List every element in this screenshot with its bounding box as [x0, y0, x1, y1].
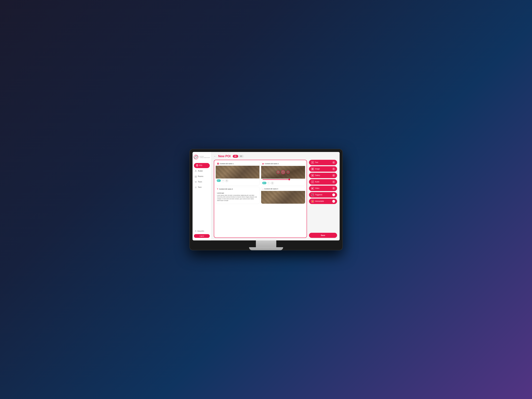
rooms-icon [195, 175, 197, 178]
play-button[interactable] [281, 170, 285, 174]
video-tool-label: Video [315, 187, 319, 189]
card4-image [261, 191, 305, 204]
sidebar-item-rooms-label: Rooms [198, 175, 203, 177]
text-icon: T [217, 188, 218, 190]
gallery-tool-label: Galery [315, 175, 320, 176]
page-header: ← New POI 2D 3D [214, 155, 337, 158]
sidebar: HOUDINI Creating magical layers POI [193, 152, 211, 240]
logout-button[interactable]: Logout [194, 234, 210, 238]
view-3d-button[interactable]: 3D [238, 155, 244, 158]
avatar-icon [195, 170, 197, 172]
image-tool-icon: 🖼 [311, 168, 314, 170]
monitor-stand-neck [256, 240, 276, 247]
video-add-icon: + [332, 187, 335, 190]
card1-name: Content 2D name 1 [220, 163, 234, 165]
text-add-icon: + [332, 161, 335, 164]
sidebar-item-rooms[interactable]: Rooms [193, 174, 211, 179]
play-triangle-icon [283, 171, 284, 173]
save-button[interactable]: Save [309, 233, 337, 238]
svg-point-3 [196, 155, 196, 156]
card4-name: Content 2D name 4 [264, 188, 278, 190]
sidebar-item-poi[interactable]: POI [194, 163, 210, 168]
add-video-button[interactable]: ▶ Video + [309, 186, 337, 191]
card1-edit-button[interactable]: ✏ [222, 179, 225, 182]
sidebar-item-avatar[interactable]: Avatar [193, 168, 211, 174]
gallery-add-icon: + [332, 174, 335, 177]
monitor-stand-base [249, 247, 283, 250]
card2-controls: 02 ▲ ▼ ✏ 🗑 [261, 181, 305, 185]
sidebar-bottom: MaryJohn Logout [193, 229, 211, 238]
logo-text: HOUDINI Creating magical layers [199, 156, 210, 158]
video-tool-icon: ▶ [311, 187, 314, 190]
interactable-toggle-row: 👆 Interactable [309, 199, 337, 204]
card3-text-body: Lorem ipsum dolor sit amet, consectetuer… [217, 194, 258, 202]
audio-icon: ♪ [262, 188, 263, 190]
content-card-1: 🖼 Content 2D name 1 01 ▲ ▼ [215, 162, 260, 186]
content-card-2: ▶ Content 2D name 2 [261, 162, 305, 186]
monitor-frame: HOUDINI Creating magical layers POI [190, 149, 343, 250]
progress-bar[interactable] [262, 179, 304, 180]
image-tool-label: Image [315, 168, 320, 170]
monitor-screen: HOUDINI Creating magical layers POI [193, 152, 340, 240]
card3-text-title: Landscape [217, 192, 258, 194]
temi-icon [195, 186, 197, 188]
view-2d-button[interactable]: 2D [233, 155, 238, 158]
interactable-icon: 👆 [311, 200, 314, 203]
content-card-4: ♪ Content 2D name 4 [261, 187, 305, 204]
card2-delete-button[interactable]: 🗑 [271, 181, 274, 185]
card2-edit-button[interactable]: ✏ [267, 181, 270, 185]
content-card-3: T Content 2D name 3 Landscape Lorem ipsu… [215, 187, 260, 204]
poi-icon [196, 164, 198, 167]
triggered-icon: 📞 [311, 193, 314, 196]
card3-text-content: Landscape Lorem ipsum dolor sit amet, co… [216, 191, 260, 203]
triggered-toggle[interactable] [332, 193, 335, 196]
video-prev-btn[interactable] [277, 171, 280, 174]
progress-fill [262, 179, 289, 180]
card1-order-badge: 01 ▲ ▼ [217, 179, 221, 182]
card1-delete-button[interactable]: 🗑 [225, 179, 228, 182]
card2-name: Content 2D name 2 [265, 163, 279, 165]
audio-add-icon: + [332, 181, 335, 183]
monitor-wrapper: HOUDINI Creating magical layers POI [190, 149, 343, 250]
interactable-label: Interactable [315, 200, 324, 202]
card1-controls: 01 ▲ ▼ ✏ 🗑 [216, 179, 260, 183]
card1-image [216, 166, 260, 179]
interactable-toggle[interactable] [332, 200, 335, 203]
card2-image [261, 166, 305, 179]
sidebar-item-poi-label: POI [199, 165, 202, 166]
app-tagline: Creating magical layers [199, 157, 210, 158]
video-next-btn[interactable] [286, 171, 290, 174]
add-audio-button[interactable]: ♪ Audio + [309, 179, 337, 185]
content-grid: 🖼 Content 2D name 1 01 ▲ ▼ [214, 160, 307, 205]
card3-header: T Content 2D name 3 [216, 187, 260, 191]
add-image-button[interactable]: 🖼 Image + [309, 166, 337, 172]
nav-items: POI Avatar [193, 163, 211, 229]
right-panel: T Text + 🖼 Image + [309, 160, 337, 238]
sidebar-item-temi[interactable]: Temi [193, 185, 211, 190]
svg-point-4 [197, 165, 197, 166]
add-gallery-button[interactable]: ⊞ Galery + [309, 173, 337, 178]
add-text-button[interactable]: T Text + [309, 160, 337, 165]
svg-point-13 [195, 230, 196, 231]
sidebar-item-tours[interactable]: Tours [193, 179, 211, 184]
audio-tool-icon: ♪ [311, 180, 314, 183]
image-add-icon: + [332, 168, 335, 170]
card1-stepper[interactable]: ▲ ▼ [219, 180, 220, 181]
user-icon [195, 230, 197, 232]
view-toggle: 2D 3D [233, 155, 244, 158]
card2-stepper[interactable]: ▲ ▼ [265, 182, 266, 184]
card2-order-badge: 02 ▲ ▼ [262, 182, 266, 184]
svg-rect-9 [196, 177, 196, 177]
main-content: ← New POI 2D 3D [211, 152, 340, 240]
triggered-toggle-row: 📞 Triggered [309, 192, 337, 198]
svg-rect-11 [195, 187, 196, 188]
text-tool-icon: T [311, 161, 314, 164]
back-button[interactable]: ← [214, 155, 216, 158]
video-overlay [261, 166, 305, 179]
svg-rect-6 [195, 176, 196, 176]
gallery-tool-icon: ⊞ [311, 174, 314, 177]
houdini-logo-icon [193, 155, 198, 160]
card2-header: ▶ Content 2D name 2 [261, 162, 305, 166]
page-title: New POI [218, 155, 231, 158]
image-icon: 🖼 [217, 163, 219, 165]
